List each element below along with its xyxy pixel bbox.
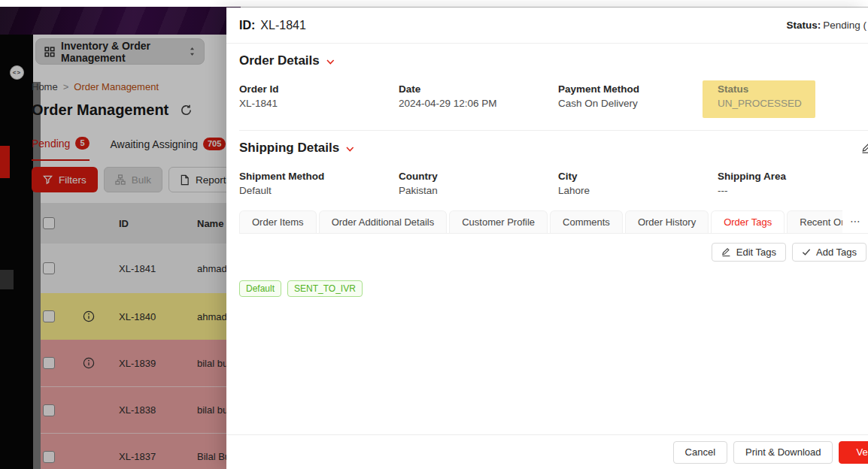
drawer-body: Order Details Order Id XL-1841 Date 2024…	[226, 44, 868, 434]
tab-order-items[interactable]: Order Items	[239, 210, 317, 233]
tag-sent-to-ivr[interactable]: SENT_TO_IVR	[287, 280, 363, 297]
order-details-fields: Order Id XL-1841 Date 2024-04-29 12:06 P…	[239, 83, 868, 118]
order-status-heading: Status:Pending (	[786, 20, 866, 31]
field-country: Country Pakistan	[399, 171, 558, 196]
shipping-details-section-title[interactable]: Shipping Details	[239, 141, 354, 156]
field-city: City Lahore	[558, 171, 718, 196]
order-detail-drawer: ID:XL-1841 Status:Pending ( Order Detail…	[226, 8, 868, 469]
field-order-id: Order Id XL-1841	[239, 83, 399, 118]
field-payment-method: Payment Method Cash On Delivery	[558, 83, 718, 118]
field-date: Date 2024-04-29 12:06 PM	[399, 83, 558, 118]
tab-customer-profile[interactable]: Customer Profile	[449, 210, 548, 233]
check-icon	[802, 248, 811, 256]
drawer-footer: Cancel Print & Download Verify	[226, 434, 868, 469]
tab-order-tags[interactable]: Order Tags	[711, 210, 785, 233]
chevron-down-icon	[346, 144, 354, 153]
drawer-header: ID:XL-1841 Status:Pending (	[226, 8, 868, 44]
field-shipment-method: Shipment Method Default	[239, 171, 399, 196]
cancel-button[interactable]: Cancel	[673, 441, 727, 464]
field-shipping-area: Shipping Area ---	[718, 171, 868, 196]
drawer-tabs: Order Items Order Additional Details Cus…	[239, 210, 868, 234]
field-status-highlighted: Status UN_PROCESSED	[703, 80, 815, 118]
tab-comments[interactable]: Comments	[550, 210, 623, 233]
order-tags-list: Default SENT_TO_IVR	[239, 280, 868, 297]
edit-tags-button[interactable]: Edit Tags	[712, 243, 786, 262]
add-tags-button[interactable]: Add Tags	[792, 243, 866, 262]
order-details-section-title[interactable]: Order Details	[239, 53, 335, 68]
tag-default[interactable]: Default	[239, 280, 281, 297]
edit-icon[interactable]	[861, 142, 868, 154]
verify-button[interactable]: Verify	[839, 441, 868, 464]
tab-recent-orders[interactable]: Recent Orders	[787, 210, 842, 233]
tag-actions: Edit Tags Add Tags	[239, 243, 866, 262]
tabs-more-icon[interactable]: ⋯	[842, 215, 868, 233]
tab-order-history[interactable]: Order History	[625, 210, 709, 233]
section-divider	[239, 130, 868, 131]
tab-order-additional-details[interactable]: Order Additional Details	[319, 210, 448, 233]
shipping-details-fields: Shipment Method Default Country Pakistan…	[239, 171, 868, 196]
print-download-button[interactable]: Print & Download	[733, 441, 833, 464]
edit-tags-icon	[721, 247, 731, 257]
order-id-heading: ID:XL-1841	[239, 19, 306, 32]
chevron-down-icon	[326, 57, 335, 65]
